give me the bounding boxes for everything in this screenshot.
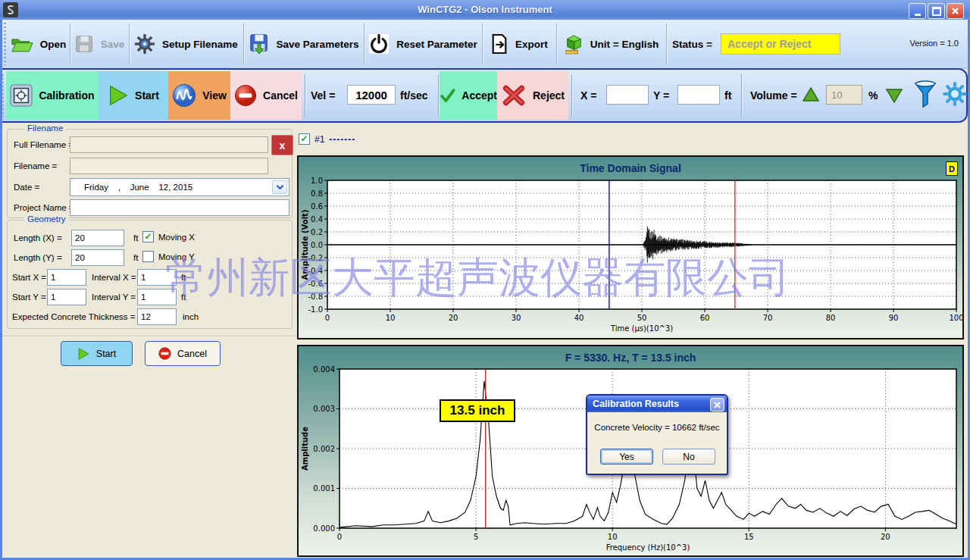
svg-text:20: 20 (449, 314, 458, 322)
accept-label: Accept (462, 89, 497, 102)
channel-row: #1 ------- (299, 133, 355, 145)
calibration-label: Calibration (39, 89, 94, 102)
dialog-close-button[interactable] (710, 398, 724, 411)
close-button[interactable] (947, 3, 964, 19)
reject-button[interactable]: Reject (497, 71, 568, 120)
frequency-chart-panel: F = 5330. Hz, T = 13.5 inch 051015200.00… (297, 345, 964, 557)
accept-button[interactable]: Accept (440, 71, 497, 120)
calibration-button[interactable]: Calibration (6, 71, 99, 120)
chart-area: #1 ------- Time Domain Signal D 01020304… (296, 123, 968, 558)
x-label: X = (580, 70, 596, 121)
channel-1-checkbox[interactable] (299, 133, 310, 145)
geometry-group-legend: Geometry (24, 214, 69, 224)
open-folder-icon (11, 35, 33, 54)
moving-x-checkbox[interactable] (142, 231, 154, 242)
export-button[interactable]: Export (484, 20, 554, 68)
settings-button[interactable] (943, 82, 967, 109)
svg-text:Frequency (Hz)(10^3): Frequency (Hz)(10^3) (606, 543, 690, 552)
y-input[interactable] (677, 85, 720, 105)
volume-input[interactable] (826, 85, 862, 105)
status-value: Accept or Reject (728, 38, 811, 50)
svg-text:70: 70 (763, 314, 773, 322)
svg-text:-1.0: -1.0 (308, 305, 323, 314)
interval-x-input[interactable] (137, 269, 177, 286)
x-input[interactable] (606, 85, 649, 105)
svg-text:0.4: 0.4 (311, 215, 323, 224)
svg-text:0.003: 0.003 (313, 405, 335, 413)
panel-start-button[interactable]: Start (61, 341, 133, 366)
reject-label: Reject (533, 89, 565, 102)
cancel-label: Cancel (263, 89, 298, 102)
play-icon (108, 84, 129, 107)
project-name-input[interactable] (70, 199, 289, 216)
length-y-input[interactable] (71, 249, 124, 266)
minimize-button[interactable] (909, 3, 926, 19)
restore-button[interactable] (928, 3, 945, 19)
volume-down-button[interactable] (885, 88, 903, 107)
app-window: WinCTG2 - Olson Instrument Open S (0, 0, 970, 560)
save-parameters-button[interactable]: Save Parameters (246, 20, 361, 68)
chevron-down-icon[interactable] (272, 180, 287, 194)
svg-text:1.0: 1.0 (311, 177, 323, 185)
date-label: Date = (14, 183, 39, 192)
setup-filename-button[interactable]: Setup Filename (131, 20, 241, 68)
interval-x-label: Interval X = (92, 273, 136, 282)
svg-text:Amplitude (Volt): Amplitude (Volt) (301, 210, 309, 280)
svg-text:0.2: 0.2 (311, 228, 323, 236)
interval-y-unit: ft (181, 293, 186, 302)
cancel-button[interactable]: Cancel (230, 71, 302, 120)
setup-gear-icon (134, 33, 155, 55)
thickness-unit: inch (183, 312, 199, 321)
full-filename-input[interactable] (70, 136, 268, 153)
svg-text:20: 20 (881, 533, 890, 541)
status-label: Status = (672, 20, 718, 68)
svg-text:60: 60 (700, 314, 710, 322)
vel-label: Vel = (311, 70, 335, 121)
y-label: Y = (653, 70, 669, 121)
vel-unit-label: ft/sec (400, 70, 428, 121)
open-button[interactable]: Open (7, 20, 70, 68)
thickness-input[interactable] (137, 308, 177, 325)
reset-parameter-button[interactable]: Reset Parameter (366, 20, 480, 68)
channel-1-trace-dashes: ------- (329, 134, 355, 145)
start-y-label: Start Y = (12, 293, 46, 302)
start-label: Start (135, 89, 159, 102)
filename-input[interactable] (70, 158, 268, 174)
date-dropdown[interactable]: Friday , June 12, 2015 (70, 178, 289, 196)
svg-text:-0.8: -0.8 (308, 293, 323, 301)
close-filename-button[interactable]: x (271, 135, 293, 155)
save-button[interactable]: Save (72, 20, 127, 68)
interval-y-input[interactable] (137, 289, 177, 305)
volume-up-button[interactable] (802, 86, 820, 105)
yes-button[interactable]: Yes (600, 449, 653, 465)
project-name-label: Project Name = (14, 203, 74, 212)
title-bar: WinCTG2 - Olson Instrument (0, 0, 970, 20)
moving-x-label: Moving X (158, 233, 195, 242)
svg-text:10: 10 (386, 314, 396, 322)
panel-cancel-label: Cancel (177, 349, 207, 359)
svg-text:0.0: 0.0 (311, 241, 323, 249)
svg-text:40: 40 (574, 314, 584, 322)
xy-unit-label: ft (724, 70, 731, 121)
toolbar-gripper[interactable] (4, 23, 6, 65)
funnel-icon (914, 80, 937, 109)
calibration-icon (10, 84, 33, 107)
start-x-input[interactable] (47, 269, 86, 286)
moving-y-label: Moving Y (158, 252, 195, 261)
no-button[interactable]: No (662, 449, 715, 465)
x-icon (501, 83, 527, 108)
filter-button[interactable] (914, 80, 937, 112)
start-x-label: Start X = (12, 273, 46, 282)
main-toolbar: Open Save (2, 20, 968, 69)
view-button[interactable]: View (168, 71, 230, 120)
svg-text:0.002: 0.002 (313, 445, 335, 453)
time-domain-chart-panel: Time Domain Signal D 0102030405060708090… (297, 155, 964, 339)
start-y-input[interactable] (47, 289, 86, 305)
panel-cancel-button[interactable]: Cancel (145, 341, 221, 366)
length-x-label: Length (X) = (14, 233, 62, 242)
unit-button[interactable]: Unit = English (559, 20, 664, 68)
moving-y-checkbox[interactable] (142, 251, 154, 262)
velocity-input[interactable] (347, 85, 396, 105)
start-button[interactable]: Start (99, 71, 168, 120)
length-x-input[interactable] (71, 230, 124, 246)
